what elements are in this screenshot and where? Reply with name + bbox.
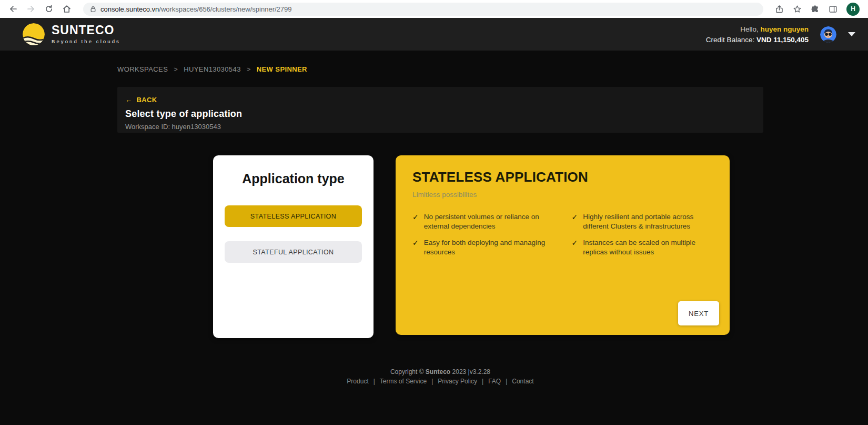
user-avatar[interactable] <box>820 26 836 43</box>
url-bar[interactable]: console.sunteco.vn/workspaces/656/cluste… <box>83 3 763 16</box>
feature-item: ✓ Highly resilient and portable across d… <box>572 212 713 231</box>
breadcrumb-workspaces[interactable]: WORKSPACES <box>117 65 168 73</box>
next-button[interactable]: NEXT <box>678 301 719 325</box>
sunteco-logo[interactable]: SUNTECO Beyond the clouds <box>22 23 120 46</box>
page-body: WORKSPACES > HUYEN13030543 > NEW SPINNER… <box>0 51 868 425</box>
feature-item: ✓ No persistent volumes or reliance on e… <box>412 212 554 231</box>
brand-tagline: Beyond the clouds <box>52 38 120 44</box>
credit-value: VND 11,150,405 <box>756 36 809 44</box>
greeting-text: Hello, huyen nguyen <box>706 25 809 33</box>
footer-version: 2023 |v3.2.28 <box>452 368 491 375</box>
stateful-application-option[interactable]: STATEFUL APPLICATION <box>225 241 362 263</box>
footer-link-contact[interactable]: Contact <box>512 378 533 385</box>
workspace-id: Workspace ID: huyen13030543 <box>125 123 763 131</box>
breadcrumb: WORKSPACES > HUYEN13030543 > NEW SPINNER <box>0 51 868 73</box>
footer-link-separator: | <box>431 378 433 385</box>
back-arrow-icon: ← <box>125 96 132 104</box>
check-icon: ✓ <box>572 238 578 248</box>
footer-links: Product | Terms of Service | Privacy Pol… <box>117 378 763 385</box>
chevron-down-icon[interactable] <box>848 32 855 36</box>
breadcrumb-separator: > <box>247 65 251 73</box>
url-path: /workspaces/656/clusters/new/spinner/279… <box>159 5 291 13</box>
footer-brand: Sunteco <box>426 368 450 375</box>
footer-link-product[interactable]: Product <box>347 378 368 385</box>
feature-list: ✓ No persistent volumes or reliance on e… <box>412 212 713 257</box>
application-type-title: Application type <box>225 171 362 186</box>
lock-icon <box>90 6 96 13</box>
credit-balance: Credit Balance: VND 11,150,405 <box>706 36 809 44</box>
feature-item: ✓ Instances can be scaled on multiple re… <box>572 238 713 257</box>
footer-link-privacy[interactable]: Privacy Policy <box>438 378 477 385</box>
browser-profile-avatar[interactable]: H <box>846 3 860 16</box>
browser-reload-icon[interactable] <box>42 2 56 16</box>
browser-back-icon[interactable] <box>6 2 20 16</box>
brand-name: SUNTECO <box>52 24 120 36</box>
detail-title: STATELESS APPLICATION <box>412 169 713 185</box>
url-host: console.sunteco.vn <box>100 5 159 13</box>
footer: Copyright © Sunteco 2023 |v3.2.28 Produc… <box>117 368 763 385</box>
username: huyen nguyen <box>760 25 809 33</box>
feature-text: No persistent volumes or reliance on ext… <box>424 212 554 231</box>
detail-subtitle: Limitless possibilites <box>412 191 713 199</box>
browser-home-icon[interactable] <box>60 2 74 16</box>
breadcrumb-new-spinner: NEW SPINNER <box>257 65 307 73</box>
back-button[interactable]: ← BACK <box>125 96 157 104</box>
footer-link-separator: | <box>482 378 483 385</box>
app-header: SUNTECO Beyond the clouds Hello, huyen n… <box>0 18 868 51</box>
stateless-application-option[interactable]: STATELESS APPLICATION <box>225 205 362 227</box>
back-label: BACK <box>136 96 157 104</box>
page-title: Select type of application <box>125 108 763 120</box>
share-icon[interactable] <box>775 5 784 14</box>
bookmark-star-icon[interactable] <box>793 5 802 14</box>
check-icon: ✓ <box>412 212 419 222</box>
account-info: Hello, huyen nguyen Credit Balance: VND … <box>706 25 809 44</box>
breadcrumb-separator: > <box>174 65 178 73</box>
footer-link-separator: | <box>506 378 507 385</box>
footer-link-terms[interactable]: Terms of Service <box>380 378 427 385</box>
browser-toolbar: console.sunteco.vn/workspaces/656/cluste… <box>0 0 868 18</box>
page-header-panel: ← BACK Select type of application Worksp… <box>117 87 763 133</box>
stateless-detail-card: STATELESS APPLICATION Limitless possibil… <box>396 155 730 335</box>
check-icon: ✓ <box>412 238 419 248</box>
side-panel-icon[interactable] <box>829 5 837 14</box>
feature-text: Easy for both deploying and managing res… <box>424 238 554 257</box>
footer-link-faq[interactable]: FAQ <box>488 378 501 385</box>
footer-link-separator: | <box>374 378 375 385</box>
feature-text: Highly resilient and portable across dif… <box>583 212 713 231</box>
sun-logo-icon <box>22 23 45 46</box>
browser-forward-icon[interactable] <box>24 2 38 16</box>
application-type-card: Application type STATELESS APPLICATION S… <box>213 155 374 338</box>
feature-item: ✓ Easy for both deploying and managing r… <box>412 238 554 257</box>
breadcrumb-workspace-name[interactable]: HUYEN13030543 <box>184 65 241 73</box>
extensions-puzzle-icon[interactable] <box>811 5 820 14</box>
copyright-line: Copyright © Sunteco 2023 |v3.2.28 <box>117 368 763 375</box>
check-icon: ✓ <box>572 212 578 222</box>
feature-text: Instances can be scaled on multiple repl… <box>583 238 713 257</box>
